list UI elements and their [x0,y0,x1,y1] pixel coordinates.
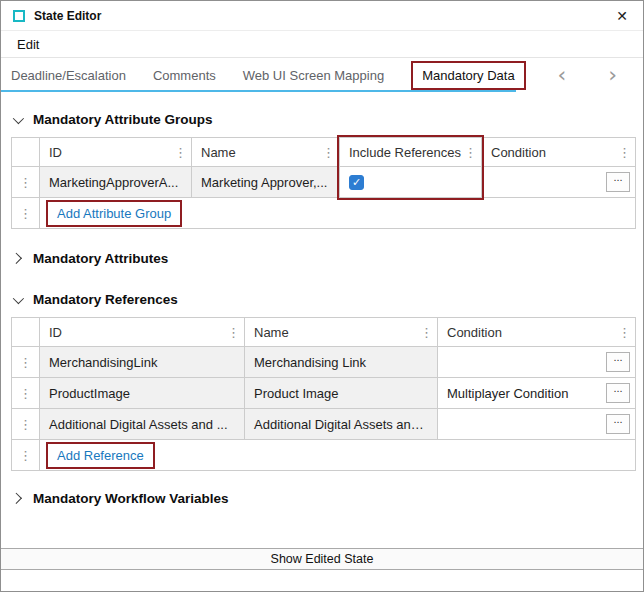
close-button[interactable]: ✕ [601,1,643,30]
cell-id[interactable]: MerchandisingLink [40,347,245,378]
show-edited-state-button[interactable]: Show Edited State [1,548,643,570]
column-header-include-references[interactable]: Include References ⋮ [340,138,482,167]
add-cell: Add Reference [40,440,636,471]
section-header-references[interactable]: Mandatory References [13,292,633,307]
tab-bar: Deadline/Escalation Comments Web UI Scre… [1,58,643,92]
table-row: ⋮ Additional Digital Assets and ... Addi… [12,409,636,440]
add-row: ⋮ Add Reference [12,440,636,471]
cell-name[interactable]: Additional Digital Assets and ... [245,409,438,440]
references-table-wrap: ID ⋮ Name ⋮ Condition ⋮ [11,317,633,471]
footer: Show Edited State [1,548,643,591]
cell-id[interactable]: MarketingApproverA... [40,167,192,198]
column-label: ID [49,145,62,160]
cell-name[interactable]: Merchandising Link [245,347,438,378]
cell-name[interactable]: Marketing Approver,... [192,167,340,198]
column-menu-icon[interactable]: ⋮ [322,146,335,159]
attribute-groups-table: ID ⋮ Name ⋮ Include References ⋮ [11,137,636,229]
row-drag-handle: ⋮ [12,198,40,229]
column-label: Name [201,145,236,160]
cell-id[interactable]: Additional Digital Assets and ... [40,409,245,440]
cell-condition: ... [482,167,636,198]
column-label: Name [254,325,289,340]
column-header-name[interactable]: Name ⋮ [192,138,340,167]
cell-condition: Multiplayer Condition ... [438,378,636,409]
row-drag-handle[interactable]: ⋮ [12,378,40,409]
chevron-right-icon[interactable]: › [608,66,617,84]
add-reference-link[interactable]: Add Reference [46,442,155,469]
table-row: ⋮ ProductImage Product Image Multiplayer… [12,378,636,409]
condition-editor-button[interactable]: ... [606,414,630,434]
window-title: State Editor [34,9,101,23]
check-icon: ✓ [352,177,361,188]
tab-deadline-escalation[interactable]: Deadline/Escalation [11,68,126,83]
handle-column-header [12,318,40,347]
tab-underline [1,90,516,92]
add-cell: Add Attribute Group [40,198,636,229]
column-menu-icon[interactable]: ⋮ [174,146,187,159]
column-header-name[interactable]: Name ⋮ [245,318,438,347]
section-title: Mandatory Workflow Variables [33,491,229,506]
cell-condition: ... [438,409,636,440]
header-row: ID ⋮ Name ⋮ Condition ⋮ [12,318,636,347]
column-label: Include References [349,145,461,160]
chevron-right-icon [11,492,22,503]
cell-condition: ... [438,347,636,378]
column-header-id[interactable]: ID ⋮ [40,318,245,347]
include-references-checkbox[interactable]: ✓ [349,175,364,190]
column-menu-icon[interactable]: ⋮ [420,326,433,339]
handle-column-header [12,138,40,167]
column-menu-icon[interactable]: ⋮ [618,146,631,159]
tab-scroll-nav: ‹ › [557,66,625,84]
add-row: ⋮ Add Attribute Group [12,198,636,229]
row-drag-handle[interactable]: ⋮ [12,409,40,440]
condition-value: Multiplayer Condition [447,386,568,401]
attribute-groups-table-wrap: ID ⋮ Name ⋮ Include References ⋮ [11,137,633,229]
cell-name[interactable]: Product Image [245,378,438,409]
condition-editor-button[interactable]: ... [606,383,630,403]
chevron-down-icon [13,292,24,303]
condition-editor-button[interactable]: ... [606,172,630,192]
column-header-condition[interactable]: Condition ⋮ [438,318,636,347]
table-row: ⋮ MerchandisingLink Merchandising Link .… [12,347,636,378]
column-label: Condition [447,325,502,340]
column-menu-icon[interactable]: ⋮ [464,146,477,159]
column-menu-icon[interactable]: ⋮ [618,326,631,339]
tab-comments[interactable]: Comments [153,68,216,83]
cell-id[interactable]: ProductImage [40,378,245,409]
references-table: ID ⋮ Name ⋮ Condition ⋮ [11,317,636,471]
menu-item-edit[interactable]: Edit [13,35,43,54]
row-drag-handle[interactable]: ⋮ [12,167,40,198]
column-menu-icon[interactable]: ⋮ [227,326,240,339]
tab-mandatory-data[interactable]: Mandatory Data [411,61,526,90]
column-label: Condition [491,145,546,160]
column-label: ID [49,325,62,340]
section-header-attributes[interactable]: Mandatory Attributes [13,251,633,266]
chevron-left-icon[interactable]: ‹ [557,66,566,84]
table-row: ⋮ MarketingApproverA... Marketing Approv… [12,167,636,198]
row-drag-handle: ⋮ [12,440,40,471]
column-header-id[interactable]: ID ⋮ [40,138,192,167]
section-title: Mandatory Attribute Groups [33,112,213,127]
add-attribute-group-link[interactable]: Add Attribute Group [46,200,182,227]
section-title: Mandatory References [33,292,178,307]
column-header-condition[interactable]: Condition ⋮ [482,138,636,167]
content-area: Mandatory Attribute Groups ID ⋮ [1,92,643,548]
chevron-down-icon [13,112,24,123]
menu-bar: Edit [1,31,643,58]
state-editor-window: State Editor ✕ Edit Deadline/Escalation … [0,0,644,592]
cell-include-references: ✓ [340,167,482,198]
row-drag-handle[interactable]: ⋮ [12,347,40,378]
section-header-attribute-groups[interactable]: Mandatory Attribute Groups [13,112,633,127]
chevron-right-icon [11,252,22,263]
title-bar: State Editor ✕ [1,1,643,31]
tab-web-ui-screen-mapping[interactable]: Web UI Screen Mapping [243,68,384,83]
section-header-workflow-variables[interactable]: Mandatory Workflow Variables [13,491,633,506]
section-title: Mandatory Attributes [33,251,168,266]
condition-editor-button[interactable]: ... [606,352,630,372]
header-row: ID ⋮ Name ⋮ Include References ⋮ [12,138,636,167]
app-icon [13,10,25,22]
